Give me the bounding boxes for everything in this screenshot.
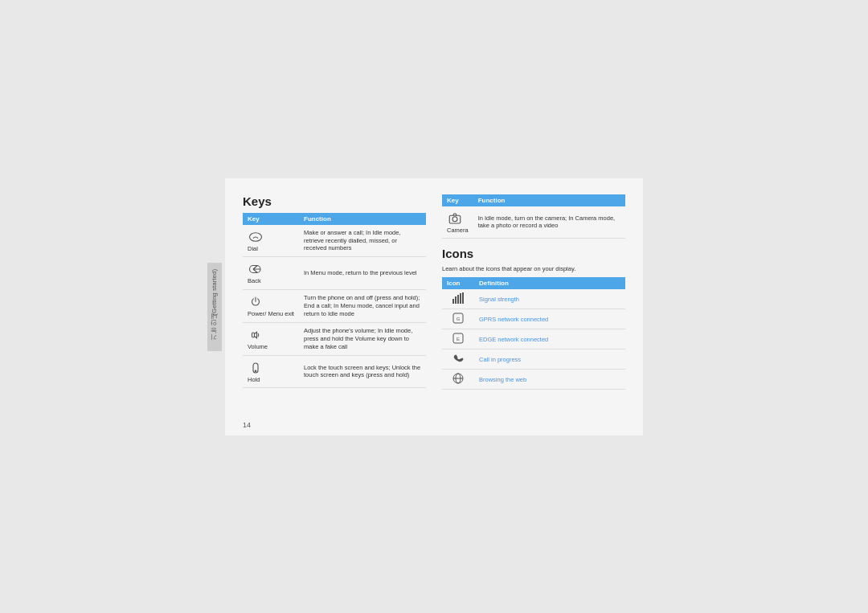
table-row: Back In Menu mode, return to the previou…: [243, 257, 426, 290]
key-cell: Dial: [248, 229, 294, 253]
icon-cell: [442, 370, 474, 390]
list-item: G GPRS network connected: [442, 309, 625, 329]
key-cell: Camera: [447, 210, 469, 235]
web-icon: [452, 377, 464, 386]
icons-description: Learn about the icons that appear on you…: [442, 265, 625, 272]
left-column: Keys Key Function Dial Make or answer a …: [243, 194, 426, 411]
edge-icon: E: [452, 337, 464, 345]
key-name: Back: [248, 277, 261, 284]
icon-cell: G: [442, 309, 474, 329]
key-name: Hold: [248, 376, 260, 383]
table-row: Camera In Idle mode, turn on the camera;…: [442, 206, 625, 239]
svg-rect-9: [457, 295, 459, 304]
keys-col-header-function: Function: [299, 213, 426, 225]
svg-rect-8: [455, 296, 457, 304]
key-icon-volume: [248, 327, 264, 343]
camera-table: Key Function Camera In Idle mode, turn o…: [442, 194, 625, 239]
key-name: Camera: [447, 227, 469, 234]
table-row: Volume Adjust the phone's volume; In Idl…: [243, 322, 426, 355]
key-function: Lock the touch screen and keys; Unlock t…: [299, 355, 426, 388]
icon-definition: Call in progress: [474, 349, 625, 370]
icon-cell: [442, 349, 474, 370]
icons-col-header-icon: Icon: [442, 277, 474, 289]
icon-definition: Signal strength: [474, 289, 625, 309]
table-row: Power/ Menu exit Turn the phone on and o…: [243, 290, 426, 323]
key-icon-back: [248, 261, 264, 277]
key-cell: Power/ Menu exit: [248, 294, 294, 318]
key-name: Volume: [248, 343, 268, 350]
key-cell: Back: [248, 261, 294, 285]
right-column: Key Function Camera In Idle mode, turn o…: [442, 194, 625, 411]
list-item: E EDGE network connected: [442, 329, 625, 349]
icons-section: Icons Learn about the icons that appear …: [442, 247, 625, 390]
side-tab: 기능 안내 (Getting started): [207, 262, 222, 350]
key-icon-dial: [248, 229, 264, 245]
key-cell: Volume: [248, 327, 294, 351]
key-name: Power/ Menu exit: [248, 310, 294, 317]
gprs-icon: G: [452, 317, 464, 325]
keys-col-header-key: Key: [243, 213, 299, 225]
key-icon-hold: [248, 360, 264, 376]
key-cell: Hold: [248, 360, 294, 384]
key-function: Turn the phone on and off (press and hol…: [299, 290, 426, 323]
keys-table: Key Function Dial Make or answer a call;…: [243, 213, 426, 389]
svg-point-4: [255, 370, 256, 372]
manual-page: 기능 안내 (Getting started) Keys Key Functio…: [225, 178, 643, 435]
signal-icon: [452, 296, 464, 305]
key-function: In Menu mode, return to the previous lev…: [299, 257, 426, 290]
svg-rect-2: [252, 333, 255, 337]
page-number: 14: [243, 421, 251, 429]
svg-text:E: E: [457, 337, 460, 341]
key-function: Make or answer a call; In Idle mode, ret…: [299, 225, 426, 257]
key-icon-power: [248, 294, 264, 310]
table-row: Hold Lock the touch screen and keys; Unl…: [243, 355, 426, 388]
svg-rect-7: [452, 299, 454, 304]
key-function: In Idle mode, turn on the camera; In Cam…: [473, 206, 625, 239]
icons-col-header-definition: Definition: [474, 277, 625, 289]
camera-col-header-function: Function: [473, 194, 625, 206]
svg-rect-11: [462, 292, 464, 304]
icons-title: Icons: [442, 247, 625, 260]
icon-cell: E: [442, 329, 474, 349]
svg-point-6: [452, 216, 457, 221]
table-row: Dial Make or answer a call; In Idle mode…: [243, 225, 426, 257]
key-icon-camera: [447, 210, 463, 227]
keys-title: Keys: [243, 194, 426, 208]
icons-table: Icon Definition Signal strength G GPRS n…: [442, 277, 625, 390]
list-item: Call in progress: [442, 349, 625, 370]
icon-definition: EDGE network connected: [474, 329, 625, 349]
svg-rect-10: [460, 293, 461, 304]
svg-text:G: G: [457, 317, 461, 321]
icon-definition: GPRS network connected: [474, 309, 625, 329]
call-icon: [452, 357, 464, 366]
list-item: Signal strength: [442, 289, 625, 309]
key-name: Dial: [248, 245, 258, 252]
key-function: Adjust the phone's volume; In Idle mode,…: [299, 322, 426, 355]
camera-col-header-key: Key: [442, 194, 473, 206]
list-item: Browsing the web: [442, 370, 625, 390]
icon-definition: Browsing the web: [474, 370, 625, 390]
icon-cell: [442, 289, 474, 309]
